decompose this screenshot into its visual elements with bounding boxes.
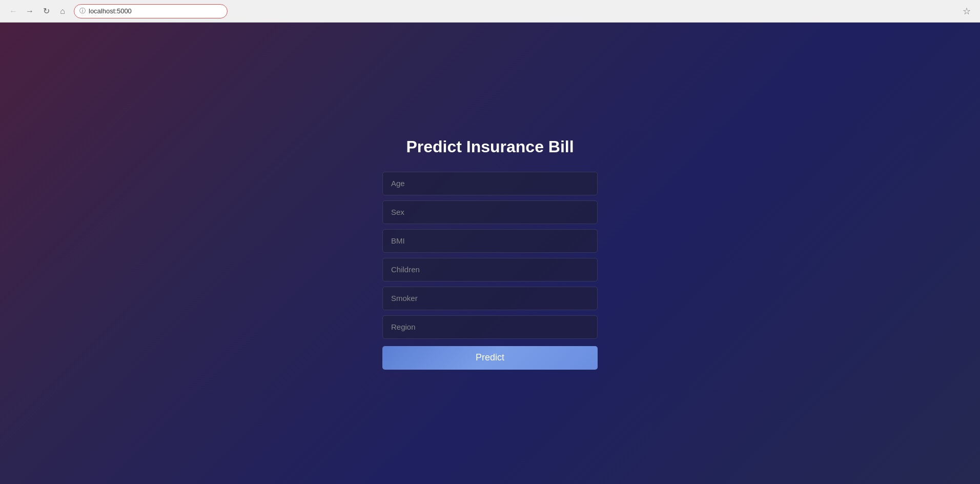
home-button[interactable]: ⌂ bbox=[55, 4, 70, 18]
nav-buttons: ← → ↻ ⌂ bbox=[6, 4, 70, 18]
bmi-input[interactable] bbox=[382, 229, 598, 253]
reload-button[interactable]: ↻ bbox=[39, 4, 53, 18]
age-input[interactable] bbox=[382, 172, 598, 195]
page-title: Predict Insurance Bill bbox=[406, 137, 574, 156]
lock-icon: ⓘ bbox=[79, 7, 86, 15]
children-input[interactable] bbox=[382, 258, 598, 281]
bookmark-button[interactable]: ☆ bbox=[959, 4, 974, 18]
region-input[interactable] bbox=[382, 315, 598, 339]
form-fields: Predict bbox=[382, 172, 598, 370]
form-container: Predict Insurance Bill Predict bbox=[382, 137, 598, 370]
forward-button[interactable]: → bbox=[23, 4, 37, 18]
back-button[interactable]: ← bbox=[6, 4, 21, 18]
sex-input[interactable] bbox=[382, 200, 598, 224]
url-text: localhost:5000 bbox=[89, 7, 132, 15]
page-content: Predict Insurance Bill Predict bbox=[0, 23, 980, 484]
address-bar[interactable]: ⓘ localhost:5000 bbox=[74, 4, 228, 18]
smoker-input[interactable] bbox=[382, 287, 598, 310]
browser-chrome: ← → ↻ ⌂ ⓘ localhost:5000 ☆ bbox=[0, 0, 980, 23]
predict-button[interactable]: Predict bbox=[382, 346, 598, 370]
